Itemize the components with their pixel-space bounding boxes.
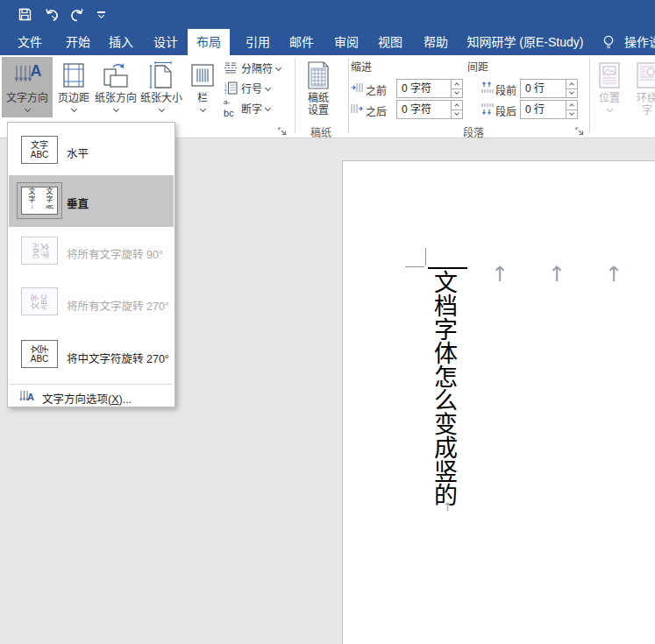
group-label-paragraph: 段落 [421, 124, 526, 139]
paper-size-icon [139, 60, 183, 91]
indent-before-input[interactable]: 0 字符 [396, 79, 463, 98]
margins-button[interactable]: 页边距 [55, 57, 92, 115]
tell-me-box[interactable]: 操作说 [624, 29, 655, 55]
paragraph-mark: ↑ [548, 262, 566, 287]
menu-item-rotate-chinese-270[interactable]: 文字ABC 将中文字符旋转 270° [9, 329, 174, 382]
rotate-90-icon: 文字ABC [21, 237, 58, 265]
line-numbers-icon: 123 [224, 81, 238, 95]
menu-item-rotate-all-90: 文字ABC 将所有文字旋转 90° [9, 227, 174, 277]
space-before-icon [481, 81, 494, 94]
tab-view[interactable]: 视图 [367, 29, 414, 55]
svg-text:A: A [27, 392, 34, 402]
lightbulb-icon[interactable] [602, 35, 615, 50]
spinner[interactable] [566, 80, 577, 97]
chevron-down-icon [24, 106, 30, 112]
menu-item-vertical[interactable]: 文字ABC 文字↓ 垂直 [9, 175, 174, 227]
tab-design[interactable]: 设计 [142, 29, 189, 55]
line-numbers-button[interactable]: 123 行号 [224, 80, 270, 96]
page-setup-dialog-launcher[interactable] [278, 127, 288, 137]
space-before-label: 段前 [495, 82, 516, 97]
orientation-button[interactable]: 纸张方向 [94, 57, 138, 115]
position-icon [593, 60, 626, 91]
paragraph-dialog-launcher[interactable] [575, 127, 585, 137]
orientation-icon [94, 60, 138, 91]
wrap-text-button: 环绕字 [628, 57, 655, 115]
columns-icon [186, 60, 219, 91]
breaks-icon [224, 61, 238, 74]
vertical-text-icon: 文字ABC 文字↓ [21, 187, 58, 215]
indent-before-label: 之前 [366, 82, 387, 97]
svg-text:A: A [31, 62, 42, 80]
text-direction-button[interactable]: A 文字方向 [2, 57, 53, 117]
group-label-manuscript: 稿纸 [295, 124, 347, 139]
columns-button[interactable]: 栏 [186, 57, 219, 115]
customize-toolbar-icon[interactable] [97, 11, 105, 18]
chevron-down-icon [606, 106, 612, 112]
save-icon[interactable] [18, 8, 32, 21]
indent-header: 缩进 [351, 59, 372, 74]
tab-file[interactable]: 文件 [6, 29, 53, 55]
tab-help[interactable]: 帮助 [412, 29, 459, 55]
tab-review[interactable]: 审阅 [323, 29, 370, 55]
hyphenation-button[interactable]: a-bc 断字 [224, 100, 270, 116]
rotate-270-icon: 文字ABC [21, 287, 58, 315]
word-window: 文件 开始 插入 设计 布局 引用 邮件 审阅 视图 帮助 知网研学 (原E-S… [0, 0, 655, 644]
chevron-down-icon [265, 105, 271, 111]
tab-cnki-estudy[interactable]: 知网研学 (原E-Study) [459, 29, 591, 55]
chevron-down-icon [265, 85, 271, 91]
text-direction-options-icon: A [19, 389, 35, 405]
svg-text:3: 3 [224, 90, 227, 95]
manuscript-setup-button[interactable]: 稿纸设置 [300, 57, 337, 117]
tab-layout[interactable]: 布局 [188, 29, 230, 55]
wrap-text-icon [628, 60, 655, 91]
position-button: 位置 [593, 57, 626, 115]
chevron-down-icon [112, 106, 118, 112]
menu-separator [10, 384, 173, 385]
spinner[interactable] [566, 101, 577, 118]
space-after-input[interactable]: 0 行 [520, 100, 578, 119]
redo-icon[interactable] [70, 8, 84, 22]
menu-item-text-direction-options[interactable]: A 文字方向选项(X)... [9, 386, 174, 407]
horizontal-text-icon: 文字ABC [21, 136, 58, 164]
breaks-button[interactable]: 分隔符 [224, 60, 281, 75]
spinner[interactable] [451, 80, 462, 97]
title-bar [0, 0, 655, 29]
paragraph-mark: ↑ [605, 262, 623, 287]
document-vertical-text[interactable]: 文档字体怎么变成竖的 [431, 270, 457, 506]
margins-icon [55, 60, 92, 91]
space-before-input[interactable]: 0 行 [520, 79, 578, 98]
space-after-icon [481, 103, 494, 115]
hyphenation-icon: a-bc [224, 98, 238, 118]
tab-mailings[interactable]: 邮件 [278, 29, 325, 55]
paragraph-mark: ↑ [443, 500, 452, 513]
text-cursor-line [428, 267, 467, 269]
tab-references[interactable]: 引用 [234, 29, 281, 55]
manuscript-grid-icon [300, 60, 337, 91]
tab-insert[interactable]: 插入 [97, 29, 145, 55]
chevron-down-icon [158, 106, 164, 112]
indent-after-input[interactable]: 0 字符 [396, 100, 463, 119]
rotate-chinese-icon: 文字ABC [21, 340, 58, 368]
tab-home[interactable]: 开始 [54, 29, 102, 55]
text-boundary-mark [425, 248, 426, 265]
space-after-label: 段后 [495, 103, 516, 118]
menu-item-horizontal[interactable]: 文字ABC 水平 [9, 127, 174, 175]
document-page[interactable] [342, 160, 655, 644]
menu-item-rotate-all-270: 文字ABC 将所有文字旋转 270° [9, 277, 174, 329]
paragraph-mark: ↑ [491, 262, 509, 287]
indent-before-icon [351, 81, 364, 94]
ribbon-tabs: 文件 开始 插入 设计 布局 引用 邮件 审阅 视图 帮助 知网研学 (原E-S… [0, 29, 655, 55]
paper-size-button[interactable]: 纸张大小 [139, 57, 183, 115]
indent-after-label: 之后 [366, 103, 387, 118]
text-direction-icon: A [2, 60, 53, 91]
quick-access-toolbar [0, 0, 655, 29]
chevron-down-icon [275, 65, 281, 71]
indent-after-icon [351, 103, 364, 115]
text-direction-menu: 文字ABC 水平 文字ABC 文字↓ 垂直 文字ABC 将所有文字旋转 90° … [7, 122, 175, 407]
text-boundary-mark [405, 266, 424, 267]
spinner[interactable] [451, 101, 462, 118]
undo-button[interactable] [45, 8, 57, 22]
chevron-down-icon [199, 106, 205, 112]
spacing-header: 间距 [467, 59, 488, 74]
chevron-down-icon [70, 106, 76, 112]
